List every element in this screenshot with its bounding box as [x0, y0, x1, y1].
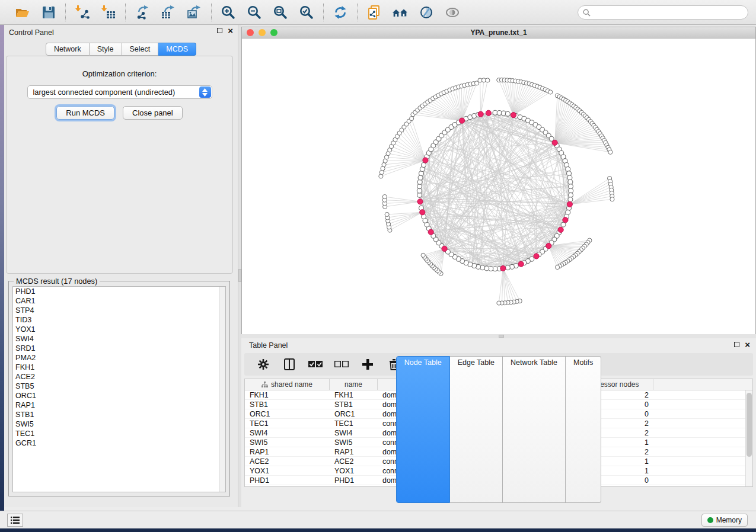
mcds-result-item[interactable]: STP4	[13, 306, 225, 315]
mcds-result-item[interactable]: SWI5	[13, 419, 225, 429]
list-icon	[11, 517, 20, 524]
close-panel-button[interactable]: Close panel	[123, 106, 183, 120]
mcds-panel-card: Optimization criterion: largest connecte…	[6, 56, 233, 274]
float-panel-icon[interactable]	[734, 342, 739, 347]
optimization-criterion-label: Optimization criterion:	[7, 69, 232, 78]
table-panel-title: Table Panel	[249, 341, 288, 350]
tab-style[interactable]: Style	[90, 43, 122, 56]
control-panel-tabs: NetworkStyleSelectMCDS	[4, 43, 238, 56]
tab-network[interactable]: Network	[46, 43, 90, 56]
task-history-button[interactable]	[7, 514, 23, 527]
mcds-result-title: MCDS result (17 nodes)	[14, 277, 100, 286]
show-graphics-details-icon[interactable]	[444, 4, 461, 21]
mcds-result-item[interactable]: SWI4	[13, 334, 225, 344]
zoom-fit-icon[interactable]	[272, 4, 289, 21]
network-canvas[interactable]	[242, 39, 755, 334]
import-network-icon[interactable]	[74, 4, 91, 21]
hide-graphics-details-icon[interactable]	[417, 4, 435, 21]
mcds-result-item[interactable]: TID3	[13, 315, 225, 325]
tab-mcds[interactable]: MCDS	[158, 43, 196, 56]
mcds-result-item[interactable]: STB1	[13, 410, 225, 419]
mcds-result-item[interactable]: RAP1	[13, 400, 225, 410]
save-session-icon[interactable]	[40, 4, 58, 21]
mcds-result-list[interactable]: PHD1CAR1STP4TID3YOX1SWI4SRD1PMA2FKH1ACE2…	[12, 286, 226, 492]
mcds-result-item[interactable]: ACE2	[13, 372, 225, 382]
tab-motifs[interactable]: Motifs	[566, 356, 601, 503]
mcds-result-item[interactable]: ORC1	[13, 391, 225, 400]
network-window: YPA_prune.txt_1	[241, 27, 756, 334]
optimization-criterion-dropdown[interactable]: largest connected component (undirected)	[27, 85, 212, 99]
desktop-wallpaper-strip	[0, 25, 4, 525]
run-mcds-button[interactable]: Run MCDS	[56, 106, 114, 120]
close-panel-icon[interactable]: ×	[228, 27, 233, 34]
close-window-icon[interactable]	[247, 29, 254, 36]
control-panel: Control Panel × NetworkStyleSelectMCDS O…	[4, 25, 238, 507]
mcds-list-scrollbar[interactable]	[219, 287, 225, 492]
mcds-result-group: MCDS result (17 nodes) PHD1CAR1STP4TID3Y…	[8, 281, 230, 496]
dropdown-selected-value: largest connected component (undirected)	[33, 88, 176, 97]
network-window-titlebar[interactable]: YPA_prune.txt_1	[242, 27, 755, 39]
new-network-from-selection-icon[interactable]	[365, 4, 383, 21]
search-box[interactable]	[578, 5, 748, 20]
zoom-out-icon[interactable]	[245, 4, 263, 21]
zoom-in-icon[interactable]	[219, 4, 237, 21]
open-session-icon[interactable]	[14, 4, 31, 21]
zoom-selected-icon[interactable]	[298, 4, 315, 21]
control-panel-title: Control Panel	[9, 28, 54, 37]
refresh-icon[interactable]	[331, 4, 349, 21]
table-tabs: Node TableEdge TableNetwork TableMotifs	[241, 356, 756, 503]
tab-edge-table[interactable]: Edge Table	[450, 356, 503, 503]
import-table-icon[interactable]	[100, 4, 117, 21]
network-window-title: YPA_prune.txt_1	[470, 28, 527, 37]
mcds-result-item[interactable]: YOX1	[13, 325, 225, 334]
first-neighbors-icon[interactable]	[391, 4, 409, 21]
mcds-result-item[interactable]: PMA2	[13, 353, 225, 363]
minimize-window-icon[interactable]	[259, 29, 266, 36]
mcds-result-item[interactable]: FKH1	[13, 363, 225, 372]
memory-label: Memory	[716, 516, 742, 524]
status-bar: Memory	[0, 511, 756, 528]
close-panel-icon[interactable]: ×	[745, 341, 750, 348]
dropdown-stepper-icon	[199, 86, 211, 98]
main-toolbar	[0, 0, 756, 25]
export-image-icon[interactable]	[186, 4, 203, 21]
mcds-result-item[interactable]: GCR1	[13, 438, 225, 448]
search-icon	[583, 9, 591, 17]
splitter-grip[interactable]	[499, 335, 504, 338]
float-panel-icon[interactable]	[217, 28, 222, 33]
tab-network-table[interactable]: Network Table	[503, 356, 566, 503]
memory-status-icon	[707, 517, 713, 523]
maximize-window-icon[interactable]	[270, 29, 277, 36]
mcds-result-item[interactable]: STB5	[13, 382, 225, 391]
export-table-icon[interactable]	[160, 4, 177, 21]
mcds-result-item[interactable]: CAR1	[13, 296, 225, 306]
memory-button[interactable]: Memory	[701, 514, 748, 527]
tab-node-table[interactable]: Node Table	[396, 356, 450, 503]
application-window: Control Panel × NetworkStyleSelectMCDS O…	[0, 0, 756, 528]
search-input[interactable]	[594, 8, 742, 17]
export-network-icon[interactable]	[133, 4, 151, 21]
mcds-result-item[interactable]: SRD1	[13, 344, 225, 353]
mcds-result-item[interactable]: TEC1	[13, 429, 225, 438]
table-panel: Table Panel ×	[241, 338, 756, 507]
mcds-result-item[interactable]: PHD1	[13, 287, 225, 296]
horizontal-splitter[interactable]	[241, 334, 756, 338]
splitter-grip[interactable]	[238, 269, 241, 282]
tab-select[interactable]: Select	[122, 43, 159, 56]
